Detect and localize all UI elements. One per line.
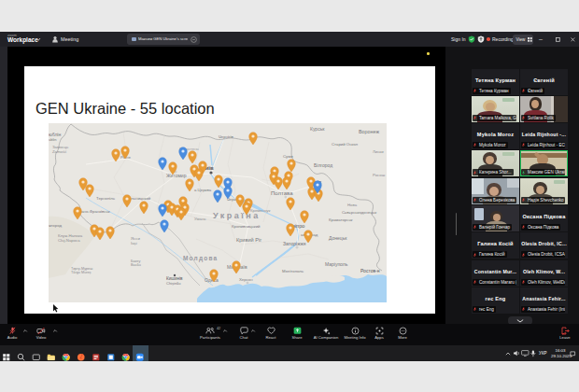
svg-text:Târgu Mureș: Târgu Mureș bbox=[71, 271, 92, 274]
svg-text:Bacău: Bacău bbox=[131, 263, 141, 267]
svg-text:Курськ: Курськ bbox=[310, 126, 325, 132]
svg-text:Україна: Україна bbox=[213, 211, 261, 220]
svg-text:Донецьк: Донецьк bbox=[329, 235, 347, 241]
svg-text:вано-Франківськ: вано-Франківськ bbox=[79, 209, 110, 214]
svg-text:жгород: жгород bbox=[49, 223, 62, 228]
svg-text:Маріуполь: Маріуполь bbox=[325, 261, 348, 267]
svg-text:Умань: Умань bbox=[194, 217, 206, 221]
svg-text:Кропивницький: Кропивницький bbox=[232, 224, 261, 229]
svg-text:Чернігів: Чернігів bbox=[219, 134, 233, 139]
svg-text:Суми: Суми bbox=[283, 154, 293, 159]
svg-text:Житомир: Житомир bbox=[166, 173, 187, 178]
svg-text:Chișinău: Chișinău bbox=[166, 281, 181, 286]
svg-text:Воронеж: Воронеж bbox=[359, 129, 380, 134]
svg-text:Cluj-Napoca: Cluj-Napoca bbox=[58, 238, 80, 243]
svg-text:Росош: Росош bbox=[373, 173, 386, 177]
svg-text:Старий Оскол: Старий Оскол bbox=[332, 142, 359, 147]
svg-text:Полтава: Полтава bbox=[271, 190, 293, 196]
svg-text:Нова: Нова bbox=[347, 203, 358, 207]
svg-text:Лиски: Лиски bbox=[373, 149, 384, 154]
svg-text:Краматорськ: Краматорськ bbox=[329, 217, 353, 222]
svg-text:Кривий Ріг: Кривий Ріг bbox=[236, 237, 261, 243]
svg-text:Запоріжжя: Запоріжжя bbox=[283, 241, 306, 246]
svg-text:Херсон: Херсон bbox=[239, 277, 253, 282]
svg-text:Сєвєрськодонецьк: Сєвєрськодонецьк bbox=[342, 210, 376, 215]
svg-text:а Церква: а Церква bbox=[194, 188, 212, 192]
svg-text:ublin: ublin bbox=[49, 137, 56, 142]
svg-text:Zamość: Zamość bbox=[52, 149, 67, 154]
svg-text:Iași: Iași bbox=[131, 241, 137, 245]
svg-text:Ростов-н: Ростов-н bbox=[360, 268, 380, 273]
svg-text:Білгород: Білгород bbox=[314, 162, 332, 168]
svg-text:Тернопіль: Тернопіль bbox=[96, 196, 116, 201]
svg-text:Молдова: Молдова bbox=[183, 255, 218, 262]
svg-text:Мелітополь: Мелітополь bbox=[282, 269, 304, 273]
